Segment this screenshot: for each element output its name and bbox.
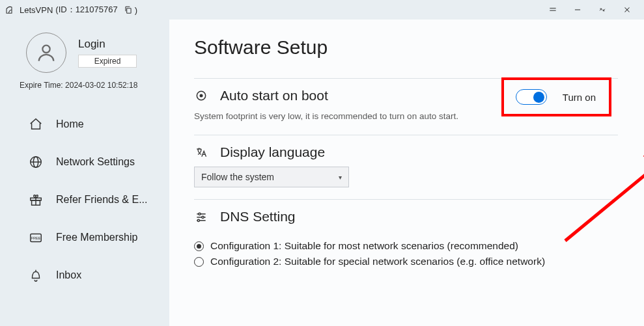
app-id-label: (ID：121075767 [55,4,117,16]
expire-time: Expire Time: 2024-03-02 10:52:18 [0,78,169,90]
nav-label: Network Settings [56,156,135,168]
svg-point-23 [197,219,199,221]
bell-icon [29,268,43,282]
svg-text:FREE: FREE [31,236,41,240]
page-title: Software Setup [194,36,618,59]
power-icon [194,88,208,103]
app-logo-icon [5,5,16,15]
nav-item-membership[interactable]: FREE Free Membership [0,219,169,256]
toggle-knob [533,92,544,103]
nav-label: Home [56,118,84,130]
autostart-toggle[interactable] [516,89,547,105]
section-title: Auto start on boot [220,88,328,103]
svg-rect-0 [126,8,130,14]
language-icon [194,145,208,159]
free-icon: FREE [29,230,43,245]
window-controls [546,3,634,16]
minimize-icon[interactable] [571,3,584,16]
autostart-toggle-highlight: Turn on [501,77,611,116]
dns-option-1[interactable]: Configuration 1: Suitable for most netwo… [194,240,618,252]
svg-point-19 [199,213,201,215]
svg-point-17 [200,94,203,98]
nav-item-home[interactable]: Home [0,105,169,143]
section-autostart: Auto start on boot System footprint is v… [194,78,618,135]
profile-block: Login Expired [0,26,169,78]
section-language: Display language Follow the system ▾ [194,135,618,199]
app-name: LetsVPN [20,5,53,15]
expire-prefix: Expire Time: [20,81,63,90]
login-link[interactable]: Login [78,38,137,51]
home-icon [29,117,43,131]
toggle-label: Turn on [563,92,596,103]
dns-option-2-label: Configuration 2: Suitable for special ne… [210,256,545,267]
copy-id-icon[interactable] [122,3,135,16]
avatar-icon[interactable] [26,33,66,73]
menu-icon[interactable] [546,3,559,16]
section-dns: DNS Setting Configuration 1: Suitable fo… [194,199,618,283]
nav-label: Free Membership [56,232,137,243]
language-value: Follow the system [201,172,274,182]
svg-point-21 [202,216,204,218]
chevron-down-icon: ▾ [339,174,342,181]
autostart-desc: System footprint is very low, it is reco… [194,110,468,123]
gift-icon [29,193,43,207]
app-id-suffix: ) [135,5,137,15]
section-title: Display language [220,144,325,160]
restore-icon[interactable] [596,3,609,16]
dns-option-1-label: Configuration 1: Suitable for most netwo… [210,240,518,252]
nav-label: Refer Friends & E... [56,194,148,206]
nav-list: Home Network Settings Refer Friends & E.… [0,105,169,294]
section-title: DNS Setting [220,209,296,224]
nav-item-network[interactable]: Network Settings [0,143,169,181]
title-bar: LetsVPN (ID：121075767 ) [0,0,644,20]
language-select[interactable]: Follow the system ▾ [194,167,349,187]
nav-label: Inbox [56,269,81,281]
sliders-icon [194,210,208,224]
status-badge: Expired [78,55,137,68]
expire-value: 2024-03-02 10:52:18 [65,81,137,90]
radio-icon [194,257,204,267]
svg-point-6 [42,46,49,53]
radio-icon [194,241,204,251]
globe-icon [29,155,43,169]
dns-option-2[interactable]: Configuration 2: Suitable for special ne… [194,256,618,267]
nav-item-refer[interactable]: Refer Friends & E... [0,181,169,219]
sidebar: Login Expired Expire Time: 2024-03-02 10… [0,20,169,326]
nav-item-inbox[interactable]: Inbox [0,256,169,294]
close-icon[interactable] [621,3,634,16]
main-panel: Software Setup Auto start on boot System… [169,20,644,326]
